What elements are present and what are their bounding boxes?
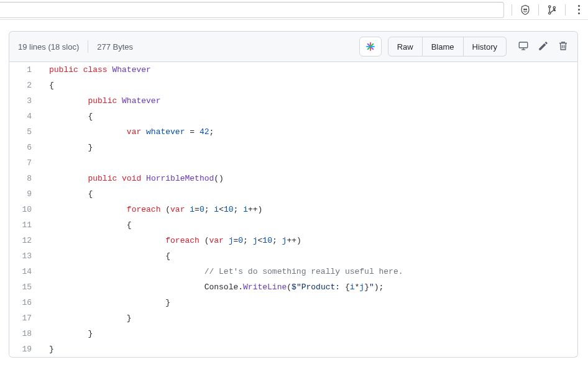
svg-point-1 bbox=[526, 9, 527, 10]
separator bbox=[512, 4, 512, 16]
pencil-icon[interactable] bbox=[538, 40, 549, 53]
code-line: 16 } bbox=[9, 295, 577, 310]
separator bbox=[88, 40, 88, 53]
browser-menu-icon[interactable] bbox=[572, 3, 586, 17]
code-line: 7 bbox=[9, 155, 577, 171]
line-number[interactable]: 12 bbox=[9, 233, 40, 248]
code-line: 15 Console.WriteLine($"Product: {i*j}"); bbox=[9, 279, 577, 295]
address-bar[interactable]: n/grantwinney/test/blob/master/test.cs bbox=[0, 2, 504, 18]
code-line: 1public class Whatever bbox=[9, 62, 577, 78]
line-number[interactable]: 1 bbox=[9, 62, 40, 78]
file-actions: Raw Blame History bbox=[388, 37, 507, 56]
file-stats: 19 lines (18 sloc) 277 Bytes bbox=[18, 40, 133, 53]
separator bbox=[538, 4, 539, 16]
line-content[interactable]: var whatever = 42; bbox=[40, 124, 577, 140]
code-line: 9 { bbox=[9, 186, 577, 202]
code-line: 12 foreach (var j=0; j<10; j++) bbox=[9, 233, 577, 248]
code-line: 17 } bbox=[9, 310, 577, 326]
page-content: 19 lines (18 sloc) 277 Bytes Raw Blame H… bbox=[0, 20, 588, 358]
line-number[interactable]: 3 bbox=[9, 93, 40, 109]
line-number[interactable]: 8 bbox=[9, 171, 40, 186]
code-line: 4 { bbox=[9, 109, 577, 124]
code-line: 8 public void HorribleMethod() bbox=[9, 171, 577, 186]
blame-button[interactable]: Blame bbox=[423, 37, 464, 56]
line-content[interactable]: public Whatever bbox=[40, 93, 577, 109]
bytes-count: 277 Bytes bbox=[97, 42, 133, 52]
line-content[interactable]: { bbox=[40, 248, 577, 264]
line-content[interactable]: foreach (var j=0; j<10; j++) bbox=[40, 233, 577, 248]
svg-point-2 bbox=[549, 6, 551, 7]
line-content[interactable]: } bbox=[40, 326, 577, 341]
line-content[interactable]: foreach (var i=0; i<10; i++) bbox=[40, 202, 577, 217]
desktop-icon[interactable] bbox=[518, 40, 529, 53]
line-content[interactable]: { bbox=[40, 78, 577, 93]
code-container: 1public class Whatever2{3 public Whateve… bbox=[9, 62, 578, 358]
code-line: 10 foreach (var i=0; i<10; i++) bbox=[9, 202, 577, 217]
line-number[interactable]: 4 bbox=[9, 109, 40, 124]
svg-point-3 bbox=[549, 12, 551, 14]
code-line: 19} bbox=[9, 341, 577, 357]
line-number[interactable]: 18 bbox=[9, 326, 40, 341]
line-number[interactable]: 7 bbox=[9, 155, 40, 171]
code-line: 5 var whatever = 42; bbox=[9, 124, 577, 140]
line-content[interactable]: // Let's do something really useful here… bbox=[40, 264, 577, 279]
line-content[interactable] bbox=[40, 155, 577, 171]
git-branch-icon[interactable] bbox=[545, 3, 559, 17]
code-line: 13 { bbox=[9, 248, 577, 264]
raw-button[interactable]: Raw bbox=[388, 37, 423, 56]
line-number[interactable]: 9 bbox=[9, 186, 40, 202]
trash-icon[interactable] bbox=[558, 40, 569, 53]
code-line: 6 } bbox=[9, 140, 577, 155]
line-number[interactable]: 11 bbox=[9, 217, 40, 233]
line-number[interactable]: 13 bbox=[9, 248, 40, 264]
separator bbox=[565, 4, 566, 16]
line-content[interactable]: Console.WriteLine($"Product: {i*j}"); bbox=[40, 279, 577, 295]
svg-rect-9 bbox=[519, 42, 528, 48]
line-number[interactable]: 6 bbox=[9, 140, 40, 155]
line-content[interactable]: { bbox=[40, 186, 577, 202]
line-content[interactable]: } bbox=[40, 341, 577, 357]
line-content[interactable]: { bbox=[40, 109, 577, 124]
brave-shield-icon[interactable] bbox=[518, 3, 532, 17]
code-line: 11 { bbox=[9, 217, 577, 233]
browser-actions bbox=[508, 3, 588, 17]
header-icon-actions bbox=[518, 40, 569, 53]
lines-count: 19 lines (18 sloc) bbox=[18, 42, 79, 52]
line-number[interactable]: 14 bbox=[9, 264, 40, 279]
line-number[interactable]: 19 bbox=[9, 341, 40, 357]
line-content[interactable]: public class Whatever bbox=[40, 62, 577, 78]
line-number[interactable]: 15 bbox=[9, 279, 40, 295]
copilot-button[interactable] bbox=[359, 37, 382, 56]
line-number[interactable]: 5 bbox=[9, 124, 40, 140]
line-content[interactable]: public void HorribleMethod() bbox=[40, 171, 577, 186]
line-content[interactable]: } bbox=[40, 295, 577, 310]
code-line: 2{ bbox=[9, 78, 577, 93]
history-button[interactable]: History bbox=[464, 37, 507, 56]
line-number[interactable]: 2 bbox=[9, 78, 40, 93]
line-content[interactable]: } bbox=[40, 310, 577, 326]
svg-point-0 bbox=[524, 9, 525, 10]
code-line: 18 } bbox=[9, 326, 577, 341]
file-header: 19 lines (18 sloc) 277 Bytes Raw Blame H… bbox=[9, 31, 578, 62]
line-number[interactable]: 16 bbox=[9, 295, 40, 310]
line-content[interactable]: { bbox=[40, 217, 577, 233]
code-line: 14 // Let's do something really useful h… bbox=[9, 264, 577, 279]
line-number[interactable]: 17 bbox=[9, 310, 40, 326]
code-table: 1public class Whatever2{3 public Whateve… bbox=[9, 62, 577, 357]
line-content[interactable]: } bbox=[40, 140, 577, 155]
browser-top-bar: n/grantwinney/test/blob/master/test.cs bbox=[0, 0, 588, 20]
code-line: 3 public Whatever bbox=[9, 93, 577, 109]
line-number[interactable]: 10 bbox=[9, 202, 40, 217]
